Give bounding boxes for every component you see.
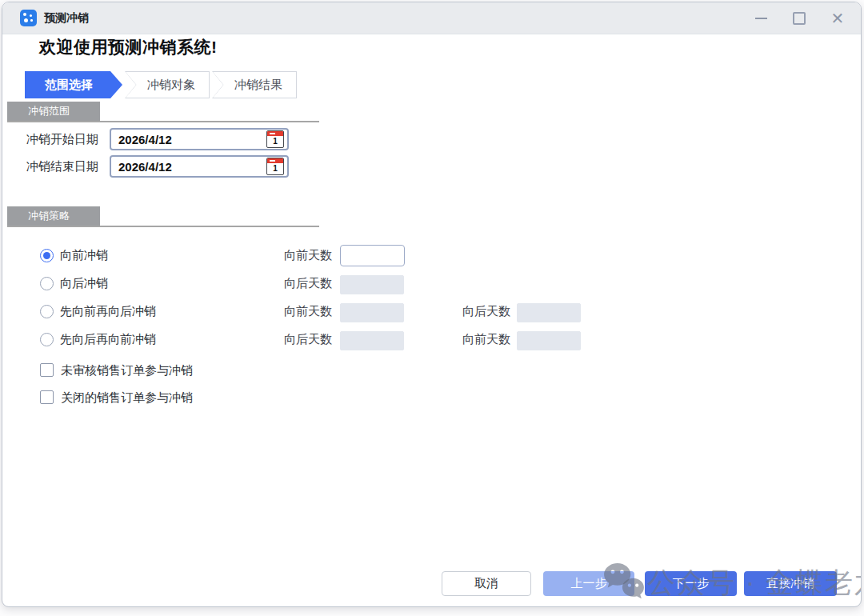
radio-backward-forward[interactable]: [40, 333, 54, 346]
end-date-label: 冲销结束日期: [26, 155, 98, 178]
radio-backward-forward-label: 先向后再向前冲销: [60, 332, 156, 347]
forward-days-label: 向前天数: [284, 248, 332, 263]
start-date-label: 冲销开始日期: [26, 128, 98, 150]
bf-forward-days-label: 向前天数: [462, 332, 510, 347]
window-title: 预测冲销: [44, 11, 89, 26]
bf-backward-days-input: [340, 331, 404, 350]
previous-step-button[interactable]: 上一步: [543, 571, 634, 596]
fb-backward-days-label: 向后天数: [462, 304, 510, 319]
start-date-field: 1: [110, 128, 289, 150]
forward-days-input[interactable]: [340, 245, 405, 266]
cancel-button[interactable]: 取消: [442, 571, 531, 596]
radio-backward-label: 向后冲销: [60, 276, 108, 291]
radio-forward-backward-label: 先向前再向后冲销: [60, 304, 156, 319]
wizard-step-scope[interactable]: 范围选择: [25, 71, 122, 98]
backward-days-input: [340, 275, 404, 294]
section-scope-title: 冲销范围: [7, 102, 100, 121]
section-strategy-title: 冲销策略: [7, 206, 100, 226]
section-strategy: 冲销策略: [7, 206, 319, 227]
next-step-button[interactable]: 下一步: [645, 571, 737, 596]
fb-backward-days-input: [517, 303, 581, 322]
backward-days-label: 向后天数: [284, 276, 332, 291]
checkbox-row-unaudited: 未审核销售订单参与冲销: [2, 362, 861, 382]
radio-backward[interactable]: [40, 277, 54, 290]
bf-backward-days-label: 向后天数: [284, 332, 332, 347]
checkbox-closed-orders[interactable]: [40, 390, 54, 404]
wizard-steps: 范围选择 冲销对象 冲销结果: [25, 71, 297, 98]
option-row-forward: 向前冲销 向前天数: [2, 246, 861, 269]
option-row-backward: 向后冲销 向后天数: [2, 274, 861, 297]
minimize-icon[interactable]: [754, 11, 768, 26]
checkbox-row-closed: 关闭的销售订单参与冲销: [2, 390, 861, 409]
calendar-icon[interactable]: 1: [266, 130, 284, 148]
fb-forward-days-input: [340, 303, 404, 322]
end-date-input[interactable]: [117, 159, 266, 174]
window-controls: ✕: [754, 11, 845, 26]
direct-writeoff-button[interactable]: 直接冲销: [744, 571, 837, 596]
wizard-step-objects[interactable]: 冲销对象: [125, 71, 210, 98]
page-title: 欢迎使用预测冲销系统!: [39, 36, 218, 58]
option-row-forward-backward: 先向前再向后冲销 向前天数 向后天数: [2, 302, 861, 325]
start-date-input[interactable]: [117, 132, 266, 147]
close-icon[interactable]: ✕: [830, 11, 845, 26]
radio-forward-backward[interactable]: [40, 305, 54, 318]
radio-forward-label: 向前冲销: [60, 248, 108, 263]
bf-forward-days-input: [517, 331, 581, 350]
radio-forward[interactable]: [40, 249, 54, 262]
checkbox-unaudited-orders-label: 未审核销售订单参与冲销: [61, 363, 193, 378]
fb-forward-days-label: 向前天数: [284, 304, 332, 319]
option-row-backward-forward: 先向后再向前冲销 向后天数 向前天数: [2, 330, 861, 353]
maximize-icon[interactable]: [792, 11, 806, 26]
wizard-step-result[interactable]: 冲销结果: [212, 71, 297, 98]
end-date-field: 1: [110, 155, 289, 178]
checkbox-closed-orders-label: 关闭的销售订单参与冲销: [61, 390, 193, 406]
dialog-window: 预测冲销 ✕ 欢迎使用预测冲销系统! 范围选择 冲销对象 冲销结果 冲销范围 冲…: [2, 2, 862, 607]
app-logo-icon: [20, 10, 37, 26]
checkbox-unaudited-orders[interactable]: [40, 363, 54, 377]
title-bar: 预测冲销 ✕: [2, 2, 861, 34]
section-scope: 冲销范围: [7, 102, 319, 122]
calendar-icon[interactable]: 1: [266, 158, 284, 175]
